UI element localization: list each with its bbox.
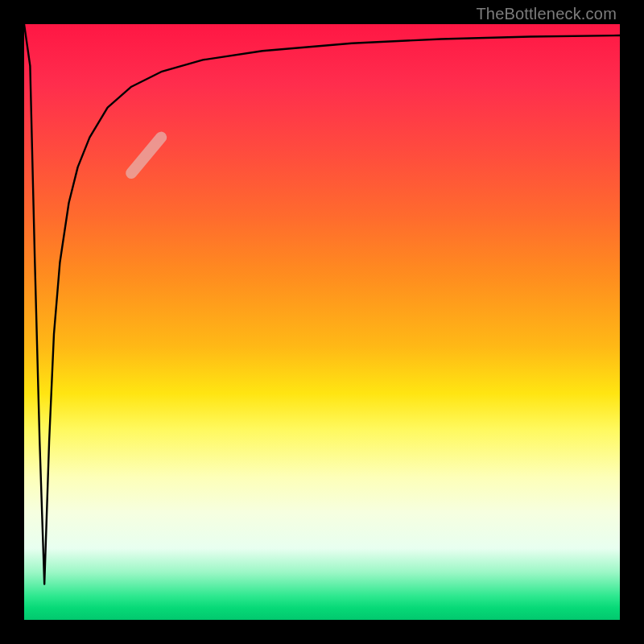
chart-frame: TheBottleneck.com	[0, 0, 644, 644]
curve-highlight	[131, 138, 161, 173]
curve-svg	[24, 24, 620, 620]
plot-area	[24, 24, 620, 620]
watermark-text: TheBottleneck.com	[476, 5, 617, 23]
bottleneck-curve	[24, 24, 620, 584]
